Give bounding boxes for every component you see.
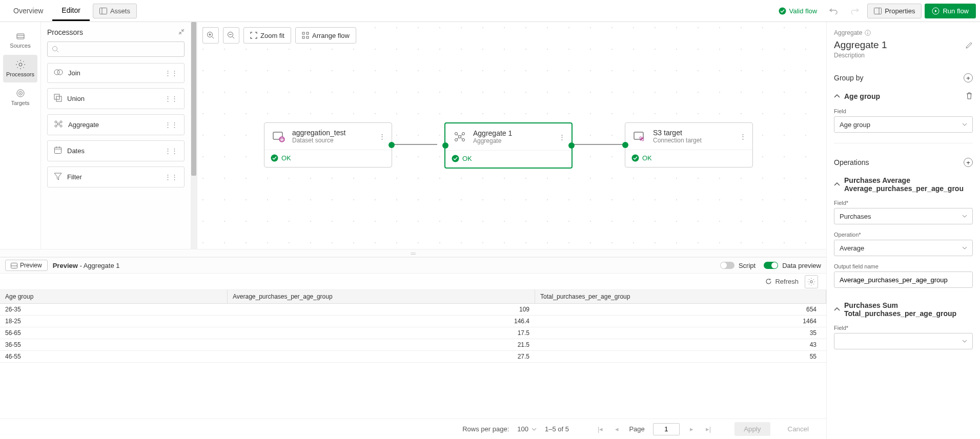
page-range: 1–5 of 5 — [545, 425, 569, 433]
chevron-down-icon — [962, 215, 967, 218]
run-flow-button[interactable]: Run flow — [925, 4, 976, 18]
selected-node-title: Aggregate 1 — [834, 39, 887, 51]
processor-item-join[interactable]: Join⋮⋮ — [47, 63, 185, 83]
search-input[interactable] — [47, 41, 185, 57]
chevron-up-icon[interactable] — [834, 94, 840, 98]
operation-field-dropdown[interactable] — [834, 333, 973, 349]
cell: 146.4 — [228, 316, 535, 327]
nav-sources[interactable]: Sources — [3, 27, 37, 54]
column-header[interactable]: Age group — [0, 290, 228, 303]
zoom-out-button[interactable] — [223, 27, 239, 44]
collapse-icon[interactable] — [178, 28, 185, 36]
processor-label: Filter — [67, 173, 82, 181]
add-operation-button[interactable]: + — [964, 158, 973, 167]
field-label: Field* — [834, 325, 973, 331]
zoom-fit-button[interactable]: Zoom fit — [243, 27, 291, 44]
panel-icon — [11, 263, 17, 268]
data-preview-toggle[interactable] — [764, 262, 778, 269]
svg-line-33 — [212, 37, 214, 39]
node-menu-button[interactable]: ⋮ — [379, 133, 385, 140]
processor-item-aggregate[interactable]: Aggregate⋮⋮ — [47, 114, 185, 135]
tab-editor[interactable]: Editor — [52, 1, 90, 21]
gear-icon — [808, 278, 815, 285]
svg-point-2 — [779, 7, 786, 14]
svg-line-14 — [57, 51, 59, 53]
processor-item-dates[interactable]: Dates⋮⋮ — [47, 140, 185, 161]
run-flow-label: Run flow — [943, 7, 969, 15]
first-page-button[interactable]: |◂ — [596, 425, 605, 433]
port-out[interactable] — [568, 142, 575, 149]
undo-button[interactable] — [824, 3, 843, 18]
port-in[interactable] — [622, 142, 628, 148]
chevron-up-icon[interactable] — [834, 182, 840, 186]
node-title: aggregation_test — [292, 129, 345, 137]
zoom-in-button[interactable] — [202, 27, 219, 44]
svg-line-27 — [59, 124, 60, 126]
group-field-dropdown[interactable]: Age group — [834, 116, 973, 133]
assets-button[interactable]: Assets — [93, 4, 137, 18]
cell: 27.5 — [228, 351, 535, 362]
node-menu-button[interactable]: ⋮ — [740, 133, 746, 140]
script-toggle[interactable] — [720, 262, 734, 269]
arrange-flow-button[interactable]: Arrange flow — [295, 27, 356, 44]
properties-button[interactable]: Properties — [867, 4, 922, 18]
cell: 1464 — [535, 316, 826, 327]
settings-button[interactable] — [805, 275, 818, 288]
rows-per-page-select[interactable]: 100 — [517, 425, 537, 433]
preview-toggle-button[interactable]: Preview — [5, 260, 48, 271]
nav-targets[interactable]: Targets — [3, 83, 37, 111]
zoom-in-icon — [207, 31, 215, 39]
processor-label: Join — [68, 69, 80, 77]
processor-label: Dates — [67, 147, 85, 155]
operation-field-dropdown[interactable]: Purchases — [834, 208, 973, 224]
dates-icon — [54, 146, 62, 156]
output-field-input[interactable] — [834, 271, 973, 288]
aggregate-icon — [452, 129, 468, 145]
cell: 654 — [535, 304, 826, 315]
drag-handle-icon[interactable]: ⋮⋮ — [165, 69, 178, 77]
drag-handle-icon[interactable]: ⋮⋮ — [165, 147, 178, 155]
column-header[interactable]: Average_purchases_per_age_group — [228, 290, 535, 303]
page-input[interactable] — [653, 423, 680, 435]
node-menu-button[interactable]: ⋮ — [559, 133, 565, 141]
apply-button[interactable]: Apply — [734, 422, 770, 436]
drag-handle-icon[interactable]: ⋮⋮ — [165, 95, 178, 102]
chevron-down-icon — [962, 340, 967, 343]
node-target[interactable]: S3 target Connection target ⋮ OK — [625, 122, 753, 168]
chevron-down-icon — [532, 428, 537, 431]
delete-group-button[interactable] — [966, 92, 973, 101]
last-page-button[interactable]: ▸| — [704, 425, 713, 433]
refresh-button[interactable]: Refresh — [765, 278, 799, 285]
filter-icon — [54, 172, 62, 182]
operation-type-dropdown[interactable]: Average — [834, 240, 973, 256]
cell: 43 — [535, 339, 826, 350]
redo-button[interactable] — [846, 3, 864, 18]
info-icon[interactable] — [865, 30, 871, 36]
cell: 56-65 — [0, 327, 228, 339]
column-header[interactable]: Total_purchases_per_age_group — [535, 290, 826, 303]
edit-icon[interactable] — [965, 41, 973, 49]
drag-handle-icon[interactable]: ⋮⋮ — [165, 121, 178, 129]
port-out[interactable] — [389, 142, 395, 148]
port-in[interactable] — [442, 142, 448, 149]
svg-line-55 — [461, 135, 462, 136]
resize-handle[interactable]: ═ — [0, 249, 826, 257]
node-subtitle: Connection target — [653, 137, 702, 144]
add-group-button[interactable]: + — [964, 73, 973, 82]
node-source[interactable]: aggregation_test Dataset source ⋮ OK — [264, 122, 392, 168]
preview-title: Preview - Aggregate 1 — [53, 262, 120, 269]
cancel-button[interactable]: Cancel — [779, 422, 819, 436]
cell: 36-55 — [0, 339, 228, 350]
svg-line-56 — [457, 138, 459, 139]
next-page-button[interactable]: ▸ — [688, 425, 696, 433]
tab-overview[interactable]: Overview — [4, 2, 52, 20]
node-aggregate[interactable]: Aggregate 1 Aggregate ⋮ OK — [444, 122, 573, 169]
prev-page-button[interactable]: ◂ — [613, 425, 621, 433]
processor-item-union[interactable]: Union⋮⋮ — [47, 88, 185, 109]
svg-point-65 — [810, 280, 813, 283]
drag-handle-icon[interactable]: ⋮⋮ — [165, 173, 178, 181]
cell: 18-25 — [0, 316, 228, 327]
nav-processors[interactable]: Processors — [3, 55, 37, 82]
chevron-up-icon[interactable] — [834, 307, 840, 311]
processor-item-filter[interactable]: Filter⋮⋮ — [47, 166, 185, 187]
